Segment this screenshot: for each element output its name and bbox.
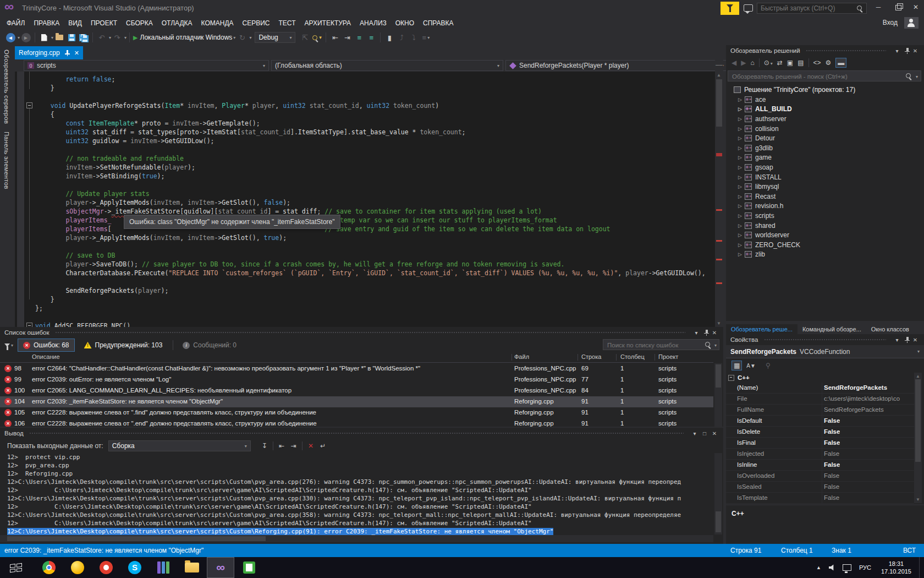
expand-arrow-icon[interactable]: ▷: [738, 126, 745, 132]
sidebar-item-project-ace[interactable]: ▷⧺+ace: [726, 95, 924, 105]
menu-item[interactable]: ФАЙЛ: [2, 17, 29, 30]
menu-item[interactable]: ПРОЕКТ: [86, 17, 122, 30]
error-row[interactable]: ✕105error C2228: выражение слева от ".fi…: [0, 407, 713, 418]
error-search-input[interactable]: [606, 340, 702, 350]
navigate-forward-button[interactable]: ►: [20, 31, 31, 43]
error-search-box[interactable]: ▾: [603, 339, 719, 350]
property-row[interactable]: IsOverloadedFalse: [726, 471, 914, 482]
word-wrap-icon[interactable]: ↵: [320, 442, 326, 450]
home-icon[interactable]: ⌂: [750, 59, 754, 67]
expand-arrow-icon[interactable]: ▷: [738, 223, 745, 228]
configuration-combo[interactable]: Debug▾: [255, 32, 295, 43]
messages-filter-button[interactable]: i Сообщений: 0: [178, 339, 241, 351]
close-icon[interactable]: ✕: [911, 337, 920, 343]
taskbar-app-winrar[interactable]: [150, 557, 177, 578]
column-separator[interactable]: [616, 354, 617, 361]
property-row[interactable]: (Name)SendReforgePackets: [726, 383, 914, 394]
output-line[interactable]: 12>C:\Users\Jimteck\Desktop\compile\trun…: [7, 494, 721, 503]
output-console[interactable]: 12> protect vip.cpp12> pvp_area.cpp12> R…: [0, 453, 721, 522]
properties-scrollbar[interactable]: ▲ ▼: [914, 373, 922, 503]
attach-process-button[interactable]: ⇱: [299, 31, 310, 43]
sidebar-item-project-zero_check[interactable]: ▷⧺+ZERO_CHECK: [726, 240, 924, 250]
tray-clock[interactable]: 18:3117.10.2015: [881, 560, 911, 575]
show-desktop-button[interactable]: [919, 557, 924, 578]
pin-icon[interactable]: [905, 48, 910, 54]
taskbar-app-visual-studio[interactable]: ∞: [207, 557, 234, 578]
undo-button[interactable]: ↶: [96, 31, 107, 43]
minimize-button[interactable]: ─: [869, 0, 888, 14]
quick-launch-input[interactable]: [760, 3, 854, 13]
output-line[interactable]: 12> C:\Users\Jimteck\Desktop\compile\tru…: [7, 519, 721, 527]
property-row[interactable]: IsTemplateFalse: [726, 493, 914, 504]
expand-arrow-icon[interactable]: ▷: [738, 203, 745, 209]
output-line[interactable]: 12> C:\Users\Jimteck\Desktop\compile\tru…: [7, 503, 721, 511]
next-bookmark-button[interactable]: ⤵: [408, 31, 419, 43]
expand-arrow-icon[interactable]: ▷: [738, 116, 745, 122]
expand-arrow-icon[interactable]: ▷: [738, 155, 745, 160]
properties-icon[interactable]: ⚙: [826, 59, 832, 67]
property-row[interactable]: IsInjectedFalse: [726, 449, 914, 460]
previous-message-icon[interactable]: ⇤: [279, 442, 284, 450]
sidebar-item-project-libmysql[interactable]: ▷⧺+libmysql: [726, 182, 924, 192]
tool-window-tab[interactable]: Окно классов: [866, 324, 914, 334]
collapse-all-icon[interactable]: ▣: [787, 59, 793, 67]
solution-search-box[interactable]: ▾: [728, 70, 921, 81]
nav-project-dropdown[interactable]: {} scripts▾: [24, 60, 269, 71]
editor-split-grip[interactable]: ──: [715, 59, 723, 72]
sidebar-item-project-gsoap[interactable]: ▷⧺+gsoap: [726, 162, 924, 172]
expand-arrow-icon[interactable]: ▷: [738, 165, 745, 170]
scroll-up-arrow[interactable]: ▲: [916, 374, 920, 379]
scroll-down-arrow[interactable]: ▼: [916, 497, 920, 502]
volume-icon[interactable]: [829, 564, 836, 571]
start-debug-button[interactable]: ▶ Локальный отладчик Windows ▾: [133, 31, 235, 43]
back-icon[interactable]: ◀: [732, 59, 736, 67]
sidebar-item-project-authserver[interactable]: ▷⧺+authserver: [726, 114, 924, 124]
output-line[interactable]: 12> Reforging.cpp: [7, 470, 721, 478]
output-line[interactable]: 12>C:\Users\Jimteck\Desktop\compile\trun…: [7, 478, 721, 486]
menu-item[interactable]: ПРАВКА: [29, 17, 64, 30]
window-position-icon[interactable]: ▾: [893, 48, 901, 54]
server-explorer-vertical-tab[interactable]: Обозреватель серверов: [3, 50, 10, 124]
new-file-button[interactable]: [38, 31, 50, 43]
close-icon[interactable]: ✕: [911, 48, 920, 54]
error-list-column-header[interactable]: ОписаниеФайлСтрокаСтолбецПроект: [0, 352, 713, 363]
taskbar-app-file-explorer[interactable]: [178, 557, 206, 578]
pin-icon[interactable]: [704, 330, 709, 336]
view-code-icon[interactable]: <>: [813, 59, 821, 67]
property-row[interactable]: IsFinalFalse: [726, 438, 914, 449]
solution-search-input[interactable]: [731, 72, 898, 81]
output-source-combo[interactable]: Сборка▾: [108, 440, 251, 451]
warnings-filter-button[interactable]: Предупреждений: 103: [79, 339, 168, 351]
toolbox-vertical-tab[interactable]: Панель элементов: [3, 132, 10, 189]
redo-dropdown[interactable]: ▾: [124, 35, 127, 40]
expand-arrow-icon[interactable]: ▷: [738, 252, 745, 257]
output-line[interactable]: 12> pvp_area.cpp: [7, 461, 721, 470]
taskbar-app-skype[interactable]: S: [121, 557, 148, 578]
pin-icon[interactable]: [905, 337, 910, 343]
properties-object-combo[interactable]: SendReforgePackets VCCodeFunction ▾: [726, 345, 924, 358]
find-in-files-button[interactable]: ▾: [311, 31, 322, 43]
menu-item[interactable]: АНАЛИЗ: [355, 17, 391, 30]
property-pages-icon[interactable]: ⚲: [766, 362, 771, 369]
nav-scope-dropdown[interactable]: (Глобальная область)▾: [271, 60, 503, 71]
property-row[interactable]: FullNameSendReforgePackets: [726, 405, 914, 416]
sign-in-link[interactable]: Вход: [883, 19, 898, 26]
menu-item[interactable]: АРХИТЕКТУРА: [300, 17, 355, 30]
errors-filter-button[interactable]: ✕ Ошибок: 68: [18, 339, 74, 352]
clear-all-icon[interactable]: ✕: [308, 442, 314, 450]
close-button[interactable]: ✕: [908, 0, 924, 14]
property-row[interactable]: IsDeleteFalse: [726, 427, 914, 438]
navigate-back-dropdown[interactable]: ▾: [18, 35, 20, 40]
menu-item[interactable]: СЕРВИС: [238, 17, 274, 30]
solution-root-node[interactable]: Решение "TrinityCore" (проектов: 17): [726, 85, 924, 95]
expand-arrow-icon[interactable]: ▷: [738, 135, 745, 141]
scroll-up-arrow[interactable]: ▲: [717, 73, 721, 78]
previous-bookmark-button[interactable]: ⤴: [396, 31, 407, 43]
avatar[interactable]: [904, 17, 919, 29]
expand-arrow-icon[interactable]: ▷: [738, 145, 745, 151]
property-row[interactable]: Filec:\users\jimteck\desktop\co: [726, 394, 914, 405]
network-icon[interactable]: [843, 564, 851, 571]
collapse-section-icon[interactable]: [728, 375, 734, 381]
next-message-icon[interactable]: ⇥: [291, 442, 296, 450]
menu-item[interactable]: ВИД: [64, 17, 86, 30]
